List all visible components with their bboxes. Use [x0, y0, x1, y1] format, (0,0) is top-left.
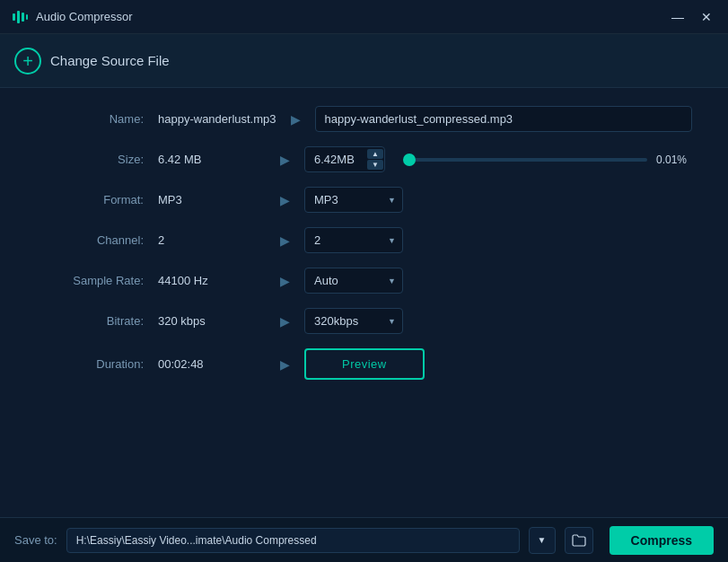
source-duration-value: 00:02:48 [158, 357, 266, 371]
sample-rate-label: Sample Rate: [36, 274, 144, 287]
name-label: Name: [36, 112, 144, 126]
duration-arrow-icon: ▶ [280, 357, 290, 372]
main-content: Name: happy-wanderlust.mp3 ▶ Size: 6.42 … [0, 88, 728, 412]
change-source-button[interactable]: + Change Source File [14, 48, 170, 75]
size-input-wrapper: ▲ ▼ [304, 146, 385, 172]
source-sample-rate-value: 44100 Hz [158, 274, 266, 287]
size-label: Size: [36, 153, 144, 166]
title-bar: Audio Compressor — ✕ [0, 0, 728, 34]
name-arrow-icon: ▶ [291, 112, 301, 127]
format-row: Format: MP3 ▶ MP3 AAC WAV FLAC OGG [36, 187, 692, 213]
save-path-input[interactable] [66, 528, 520, 553]
source-size-value: 6.42 MB [158, 153, 266, 166]
source-format-value: MP3 [158, 193, 266, 206]
sample-rate-arrow-icon: ▶ [280, 274, 290, 288]
close-button[interactable]: ✕ [696, 6, 717, 28]
bitrate-select-wrapper: 320kbps 256kbps 192kbps 128kbps 64kbps [304, 308, 403, 334]
channel-select[interactable]: 1 2 4 6 8 [304, 227, 403, 253]
channel-row: Channel: 2 ▶ 1 2 4 6 8 [36, 227, 692, 253]
channel-label: Channel: [36, 233, 144, 247]
slider-percent-label: 0.01% [656, 154, 692, 166]
svg-rect-2 [22, 13, 24, 22]
app-title: Audio Compressor [36, 10, 133, 23]
spin-up-button[interactable]: ▲ [367, 149, 383, 159]
duration-label: Duration: [36, 357, 144, 371]
source-name-value: happy-wanderlust.mp3 [158, 112, 276, 126]
output-name-input[interactable] [315, 106, 692, 132]
format-select[interactable]: MP3 AAC WAV FLAC OGG [304, 187, 403, 213]
folder-browse-button[interactable] [565, 527, 593, 554]
sample-rate-select-wrapper: Auto 44100 Hz 22050 Hz 16000 Hz 8000 Hz [304, 268, 403, 294]
size-arrow-icon: ▶ [280, 153, 290, 167]
bitrate-arrow-icon: ▶ [280, 314, 290, 329]
path-dropdown-button[interactable]: ▼ [529, 527, 556, 554]
source-bitrate-value: 320 kbps [158, 314, 266, 328]
preview-button[interactable]: Preview [304, 348, 425, 380]
name-row: Name: happy-wanderlust.mp3 ▶ [36, 106, 692, 132]
title-bar-left: Audio Compressor [11, 8, 133, 26]
slider-wrapper: 0.01% [407, 154, 692, 166]
name-output-wrapper [315, 106, 692, 132]
svg-rect-0 [13, 13, 15, 21]
folder-icon [572, 534, 586, 547]
format-select-wrapper: MP3 AAC WAV FLAC OGG [304, 187, 403, 213]
change-source-label: Change Source File [50, 53, 170, 68]
app-icon [11, 8, 29, 26]
format-label: Format: [36, 193, 144, 206]
slider-thumb [403, 154, 416, 166]
bitrate-label: Bitrate: [36, 314, 144, 328]
toolbar: + Change Source File [0, 34, 728, 88]
minimize-button[interactable]: — [667, 6, 689, 28]
svg-rect-1 [17, 11, 20, 23]
bitrate-select[interactable]: 320kbps 256kbps 192kbps 128kbps 64kbps [304, 308, 403, 334]
size-slider-track[interactable] [407, 158, 647, 162]
save-to-label: Save to: [14, 533, 57, 547]
source-channel-value: 2 [158, 233, 266, 247]
sample-rate-select[interactable]: Auto 44100 Hz 22050 Hz 16000 Hz 8000 Hz [304, 268, 403, 294]
channel-select-wrapper: 1 2 4 6 8 [304, 227, 403, 253]
bitrate-row: Bitrate: 320 kbps ▶ 320kbps 256kbps 192k… [36, 308, 692, 334]
add-icon: + [14, 48, 41, 75]
channel-arrow-icon: ▶ [280, 233, 290, 248]
duration-row: Duration: 00:02:48 ▶ Preview [36, 348, 692, 380]
spin-buttons: ▲ ▼ [367, 149, 383, 170]
spin-down-button[interactable]: ▼ [367, 160, 383, 170]
size-row: Size: 6.42 MB ▶ ▲ ▼ 0.01% [36, 146, 692, 172]
title-bar-controls: — ✕ [667, 6, 717, 28]
compress-button[interactable]: Compress [610, 526, 714, 555]
svg-rect-3 [26, 14, 28, 20]
format-arrow-icon: ▶ [280, 193, 290, 207]
sample-rate-row: Sample Rate: 44100 Hz ▶ Auto 44100 Hz 22… [36, 268, 692, 294]
bottom-bar: Save to: ▼ Compress [0, 517, 728, 562]
